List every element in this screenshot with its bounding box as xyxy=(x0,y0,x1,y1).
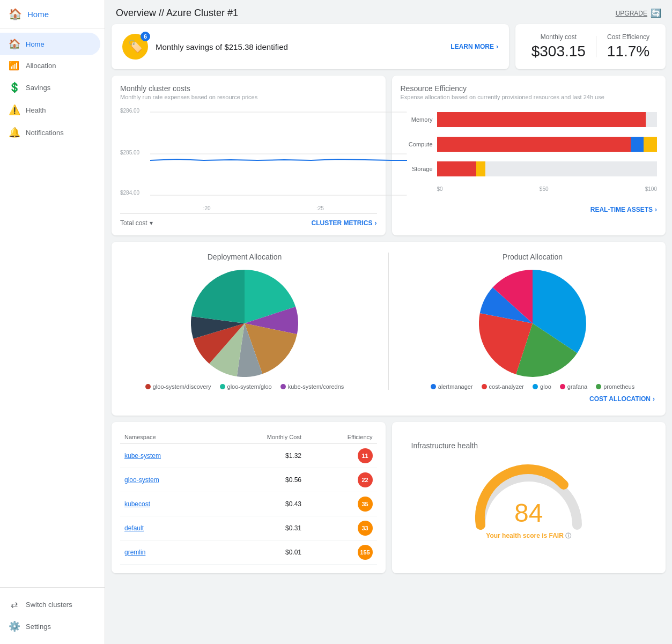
sidebar-logo-label: Home xyxy=(27,10,49,19)
namespace-card: Namespace Monthly Cost Efficiency kube-s… xyxy=(112,422,386,573)
namespace-link[interactable]: kubecost xyxy=(124,500,150,508)
namespace-cost: $0.56 xyxy=(215,468,306,492)
product-legend: alertmanager cost-analyzer gloo grafana xyxy=(410,383,655,390)
sidebar-item-settings[interactable]: ⚙️ Settings xyxy=(0,615,100,638)
legend-dot-alertmanager xyxy=(431,384,436,389)
namespace-name: kubecost xyxy=(120,492,215,516)
cost-alloc-row: COST ALLOCATION › xyxy=(122,390,655,405)
real-time-assets-button[interactable]: REAL-TIME ASSETS › xyxy=(590,206,657,213)
efficiency-label: Cost Efficiency xyxy=(607,33,649,41)
product-allocation-title: Product Allocation xyxy=(410,253,655,261)
upgrade-button[interactable]: UPGRADE 🔄 xyxy=(616,8,661,18)
legend-item-alertmanager: alertmanager xyxy=(431,383,473,390)
x-label-1: :25 xyxy=(316,205,324,211)
sidebar-item-notifications-label: Notifications xyxy=(26,129,64,137)
deployment-pie-wrap xyxy=(122,270,367,377)
chevron-right-icon: › xyxy=(375,219,377,227)
sidebar-item-savings-label: Savings xyxy=(26,84,50,92)
sidebar-item-switch-clusters[interactable]: ⇄ Switch clusters xyxy=(0,594,100,615)
product-pie-wrap xyxy=(410,270,655,377)
legend-dot-gloo xyxy=(220,384,225,389)
bar-label-memory: Memory xyxy=(401,116,433,123)
table-row: default$0.3133 xyxy=(120,516,377,541)
sidebar-item-settings-label: Settings xyxy=(26,623,51,631)
table-header: Namespace Monthly Cost Efficiency xyxy=(120,431,377,444)
monthly-costs-title: Monthly cluster costs xyxy=(120,84,377,93)
legend-label-cost-analyzer: cost-analyzer xyxy=(489,383,524,390)
savings-icon: 💲 xyxy=(9,82,19,93)
bottom-row: Namespace Monthly Cost Efficiency kube-s… xyxy=(105,422,672,580)
y-label-1: $285.00 xyxy=(120,150,139,156)
sidebar-item-allocation-label: Allocation xyxy=(26,62,56,70)
legend-label-gloo-product: gloo xyxy=(540,383,551,390)
total-cost-label: Total cost xyxy=(120,219,147,227)
savings-badge: 6 xyxy=(141,32,150,41)
learn-more-button[interactable]: LEARN MORE › xyxy=(451,43,498,50)
col-monthly-cost: Monthly Cost xyxy=(215,431,306,444)
namespace-name: default xyxy=(120,516,215,541)
namespace-link[interactable]: gloo-system xyxy=(124,476,159,484)
product-allocation-col: Product Allocation xyxy=(410,253,655,390)
bar-row-storage: Storage xyxy=(401,161,658,176)
sidebar-item-health[interactable]: ⚠️ Health xyxy=(0,99,100,121)
x-label-2: $100 xyxy=(645,186,657,192)
legend-item-coredns: kube-system/coredns xyxy=(280,383,344,390)
total-cost-button[interactable]: Total cost ▾ xyxy=(120,219,153,227)
chart-footer: Total cost ▾ CLUSTER METRICS › xyxy=(120,219,377,227)
sidebar: 🏠 Home 🏠 Home 📶 Allocation 💲 Savings ⚠️ … xyxy=(0,0,105,644)
bar-chart-area: Memory Compute St xyxy=(401,107,658,197)
gauge-score: 84 xyxy=(514,498,543,528)
cost-allocation-button[interactable]: COST ALLOCATION › xyxy=(589,395,655,403)
sidebar-item-notifications[interactable]: 🔔 Notifications xyxy=(0,121,100,144)
line-chart-area: $286.00 $285.00 $284.00 :20 :25 xyxy=(120,107,377,214)
allocation-icon: 📶 xyxy=(9,61,19,71)
monthly-cost-metric: Monthly cost $303.15 xyxy=(531,33,586,60)
info-icon[interactable]: ⓘ xyxy=(565,532,571,539)
charts-row: Monthly cluster costs Monthly run rate e… xyxy=(105,76,672,242)
resource-efficiency-subtitle: Expense allocation based on currently pr… xyxy=(401,94,658,100)
product-pie-svg xyxy=(479,270,586,377)
namespace-efficiency: 155 xyxy=(306,541,377,565)
efficiency-badge: 22 xyxy=(358,472,373,487)
namespace-name: kube-system xyxy=(120,444,215,468)
main-header: Overview // Azure Cluster #1 UPGRADE 🔄 xyxy=(105,0,672,24)
table-row: gloo-system$0.5622 xyxy=(120,468,377,492)
deployment-pie-svg xyxy=(191,270,298,377)
sidebar-item-allocation[interactable]: 📶 Allocation xyxy=(0,55,100,76)
sidebar-item-switch-clusters-label: Switch clusters xyxy=(26,601,72,609)
legend-label-grafana: grafana xyxy=(567,383,587,390)
sidebar-item-savings[interactable]: 💲 Savings xyxy=(0,76,100,99)
bar-seg-storage-gray xyxy=(485,161,657,176)
legend-item-prometheus: prometheus xyxy=(596,383,634,390)
health-rating: FAIR xyxy=(549,532,563,539)
legend-label-alertmanager: alertmanager xyxy=(438,383,473,390)
gauge-wrap: Infrastructure health 84 Your health sco… xyxy=(401,431,658,551)
sidebar-nav: 🏠 Home 📶 Allocation 💲 Savings ⚠️ Health … xyxy=(0,28,105,587)
alloc-cols: Deployment Allocation xyxy=(122,253,655,390)
top-cards-row: 🏷️ 6 Monthly savings of $215.38 identifi… xyxy=(105,24,672,76)
legend-dot-gloo-product xyxy=(533,384,538,389)
efficiency-value: 11.7% xyxy=(607,43,649,60)
namespace-link[interactable]: kube-system xyxy=(124,452,161,460)
legend-label-coredns: kube-system/coredns xyxy=(288,383,344,390)
namespace-cost: $0.31 xyxy=(215,516,306,541)
bar-track-memory xyxy=(437,112,658,127)
namespace-tbody: kube-system$1.3211gloo-system$0.5622kube… xyxy=(120,444,377,565)
legend-label-gloo: gloo-system/gloo xyxy=(227,383,272,390)
namespace-link[interactable]: default xyxy=(124,524,144,532)
cluster-metrics-button[interactable]: CLUSTER METRICS › xyxy=(312,219,377,227)
refresh-icon: 🔄 xyxy=(651,8,661,18)
namespace-cost: $0.43 xyxy=(215,492,306,516)
sidebar-item-home[interactable]: 🏠 Home xyxy=(0,33,100,55)
namespace-link[interactable]: gremlin xyxy=(124,549,145,556)
notifications-icon: 🔔 xyxy=(9,127,19,138)
namespace-efficiency: 11 xyxy=(306,444,377,468)
legend-dot-prometheus xyxy=(596,384,601,389)
main-content: Overview // Azure Cluster #1 UPGRADE 🔄 🏷… xyxy=(105,0,672,644)
monthly-costs-card: Monthly cluster costs Monthly run rate e… xyxy=(112,76,386,235)
deployment-allocation-col: Deployment Allocation xyxy=(122,253,367,390)
resource-efficiency-card: Resource Efficiency Expense allocation b… xyxy=(392,76,666,235)
bar-seg-storage-red xyxy=(437,161,477,176)
col-efficiency: Efficiency xyxy=(306,431,377,444)
divider xyxy=(596,36,596,57)
